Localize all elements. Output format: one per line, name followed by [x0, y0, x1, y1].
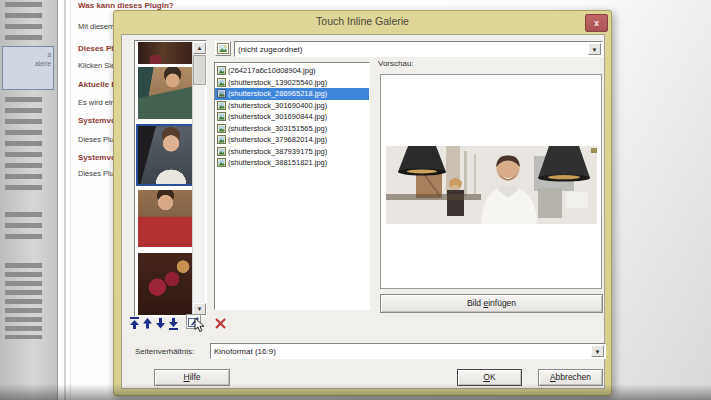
- image-file-icon: [217, 89, 226, 98]
- help-button[interactable]: Hilfe: [154, 369, 230, 386]
- file-name: (shutterstock_301690844.jpg): [228, 112, 327, 121]
- preview-label: Vorschau:: [378, 59, 414, 68]
- image-file-icon: [217, 78, 226, 87]
- preview-panel: [380, 74, 602, 289]
- file-name: (shutterstock_139025540.jpg): [228, 78, 327, 87]
- move-down-button[interactable]: [154, 316, 166, 330]
- sidebar-item-text: a: [5, 50, 51, 59]
- file-row[interactable]: (shutterstock_301690400.jpg): [215, 100, 369, 112]
- file-row-selected[interactable]: (shutterstock_286965218.jpg): [215, 88, 369, 100]
- sidebar-text-lines: [5, 2, 42, 44]
- file-row[interactable]: (shutterstock_387939175.jpg): [215, 146, 369, 158]
- image-file-icon: [217, 66, 226, 75]
- file-name: (264217a6c10d08904.jpg): [228, 66, 316, 75]
- file-name: (shutterstock_286965218.jpg): [228, 89, 327, 98]
- file-row[interactable]: (shutterstock_301690844.jpg): [215, 111, 369, 123]
- delete-x-icon: [215, 318, 226, 329]
- file-row[interactable]: (shutterstock_303151565.jpg): [215, 123, 369, 135]
- close-button[interactable]: x: [585, 14, 608, 32]
- mouse-cursor: [194, 318, 205, 337]
- image-file-icon: [217, 101, 226, 110]
- thumbnail-chef-selected[interactable]: [138, 126, 193, 184]
- image-file-icon: [217, 158, 226, 167]
- file-row[interactable]: (shutterstock_379682014.jpg): [215, 134, 369, 146]
- assignment-dropdown[interactable]: (nicht zugeordnet) ▼: [234, 41, 603, 57]
- page-edge-line: [64, 0, 66, 400]
- sidebar-text-lines: [5, 263, 42, 339]
- ok-button[interactable]: OK: [457, 369, 522, 386]
- assign-image-button[interactable]: [215, 41, 231, 56]
- image-file-icon: [217, 147, 226, 156]
- button-text: K: [490, 372, 496, 382]
- image-file-icon: [217, 135, 226, 144]
- thumbnail-red-apron-man[interactable]: [138, 190, 193, 247]
- delete-image-button[interactable]: [214, 316, 227, 330]
- dialog-title: Touch Inline Galerie: [114, 15, 611, 27]
- aspect-ratio-dropdown[interactable]: Kinoformat (16:9) ▼: [210, 343, 606, 359]
- aspect-ratio-value: Kinoformat (16:9): [214, 347, 276, 356]
- file-row[interactable]: (shutterstock_139025540.jpg): [215, 77, 369, 89]
- button-text: ilfe: [190, 372, 201, 382]
- file-name: (shutterstock_301690400.jpg): [228, 101, 327, 110]
- file-name: (shutterstock_387939175.jpg): [228, 147, 327, 156]
- image-file-icon: [217, 124, 226, 133]
- button-text: Bild: [467, 298, 484, 308]
- preview-photo: [386, 146, 597, 224]
- insert-image-button[interactable]: Bild einfügen: [380, 294, 603, 313]
- touch-inline-galerie-dialog: Touch Inline Galerie x ▲ ▼: [113, 10, 612, 396]
- thumbnail-scrollbar[interactable]: ▲ ▼: [192, 42, 205, 315]
- move-to-bottom-button[interactable]: [167, 316, 179, 330]
- move-up-button[interactable]: [141, 316, 153, 330]
- file-name: (shutterstock_379682014.jpg): [228, 135, 327, 144]
- move-to-top-button[interactable]: [128, 316, 140, 330]
- button-text: infügen: [488, 298, 516, 308]
- image-file-icon: [217, 112, 226, 121]
- sidebar-text-lines: [5, 97, 42, 193]
- screen: { "background": { "sidebar_item": { "lin…: [0, 0, 711, 400]
- sidebar-selected-plugin-item[interactable]: a alerie: [2, 46, 54, 90]
- image-file-list[interactable]: (264217a6c10d08904.jpg) (shutterstock_13…: [214, 62, 370, 310]
- file-row[interactable]: (shutterstock_388151821.jpg): [215, 157, 369, 169]
- thumbnail-bar-scene[interactable]: [138, 42, 193, 64]
- chevron-down-icon[interactable]: ▼: [591, 345, 604, 357]
- chevron-down-icon[interactable]: ▼: [588, 43, 601, 55]
- image-icon: [217, 43, 229, 54]
- cancel-button[interactable]: Abbrechen: [538, 369, 603, 386]
- assignment-dropdown-value: (nicht zugeordnet): [238, 45, 302, 54]
- button-hotkey: O: [483, 372, 490, 382]
- article-text: Klicken Sie: [78, 61, 117, 70]
- sidebar-text-lines: [5, 212, 42, 240]
- button-text: bbrechen: [556, 372, 591, 382]
- file-name: (shutterstock_388151821.jpg): [228, 158, 327, 167]
- page-edge-line-2: [70, 0, 71, 400]
- thumbnail-wine-glasses[interactable]: [138, 253, 193, 315]
- dialog-body: ▲ ▼ (nicht zugeordnet) ▼ (264217a6c10d08…: [121, 34, 605, 389]
- sidebar-item-text: alerie: [5, 59, 51, 68]
- file-name: (shutterstock_303151565.jpg): [228, 124, 327, 133]
- scroll-up-button[interactable]: ▲: [193, 42, 206, 54]
- article-heading: Was kann dieses Plugin?: [78, 1, 174, 10]
- aspect-ratio-label: Seitenverhältnis:: [135, 347, 194, 356]
- scrollbar-thumb[interactable]: [193, 55, 206, 85]
- thumbnail-list[interactable]: ▲ ▼: [134, 40, 207, 317]
- file-row[interactable]: (264217a6c10d08904.jpg): [215, 65, 369, 77]
- thumbnail-waitress[interactable]: [138, 67, 193, 119]
